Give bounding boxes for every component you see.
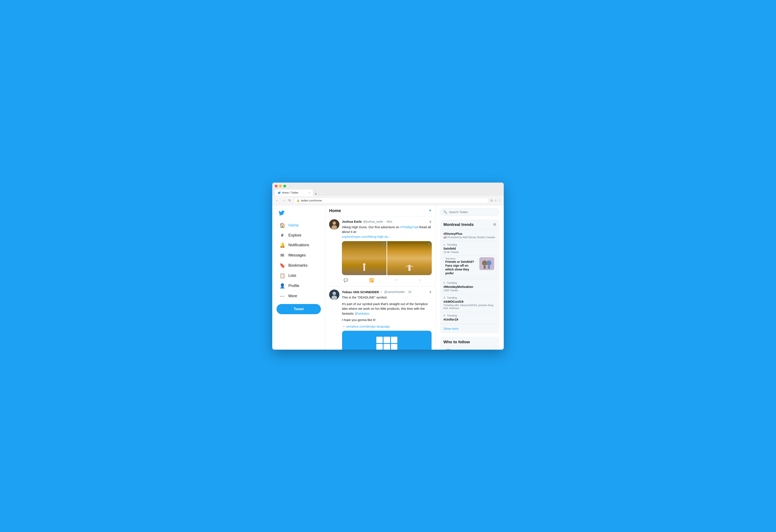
sidebar-item-lists[interactable]: 📋 Lists bbox=[276, 271, 321, 281]
tweet1-like-button[interactable]: ♡ bbox=[393, 277, 400, 283]
image-indicator2 bbox=[428, 243, 430, 245]
minimize-window-button[interactable] bbox=[279, 185, 282, 188]
tweet1-avatar-img bbox=[329, 219, 339, 230]
seinfeld-card-title: Friends or Seinfeld? Fans sign off on wh… bbox=[445, 260, 477, 275]
browser-tabs: Home / Twitter × + bbox=[275, 190, 501, 196]
reply-icon: 💬 bbox=[344, 278, 348, 283]
svg-rect-10 bbox=[488, 266, 490, 269]
sidebar-item-more[interactable]: ⋯ More bbox=[276, 291, 321, 301]
active-tab[interactable]: Home / Twitter × bbox=[275, 190, 313, 196]
sidebar-label-explore: Explore bbox=[288, 233, 302, 238]
trend-count-monday: 125K Tweets bbox=[443, 289, 496, 292]
tweet1-hashtag[interactable]: #TheBigTrip bbox=[400, 225, 417, 229]
sidebar-item-notifications[interactable]: 🔔 Notifications bbox=[276, 240, 321, 250]
sidebar-item-bookmarks[interactable]: 🔖 Bookmarks bbox=[276, 261, 321, 270]
browser-traffic-lights bbox=[275, 185, 501, 188]
reload-button[interactable]: ↻ bbox=[287, 198, 292, 203]
tweet1-handle: @joshua_earle bbox=[363, 220, 383, 223]
forward-button[interactable]: → bbox=[281, 198, 286, 203]
svg-point-1 bbox=[333, 221, 336, 225]
tweet2-line3: I hope you gonna like it! bbox=[342, 318, 432, 322]
menu-dots-icon[interactable]: ⋮ bbox=[498, 199, 501, 202]
sidebar-label-profile: Profile bbox=[288, 284, 299, 288]
tab-title: Home / Twitter bbox=[282, 191, 299, 194]
address-bar[interactable]: 🔒 twitter.com/home bbox=[294, 198, 489, 203]
image-indicator1 bbox=[383, 243, 385, 245]
trends-settings-icon[interactable]: ⚙ bbox=[493, 223, 496, 227]
tweet-button[interactable]: Tweet bbox=[276, 304, 321, 314]
tweet2-more-button[interactable]: ∨ bbox=[429, 290, 432, 294]
tab-close-button[interactable]: × bbox=[309, 192, 310, 194]
sidebar-item-profile[interactable]: 👤 Profile bbox=[276, 281, 321, 291]
tweet1-image1[interactable] bbox=[342, 241, 387, 275]
trend-item-seinfeld[interactable]: 1 · Trending Seinfeld 10.9K Tweets Telev… bbox=[440, 241, 500, 279]
sidebar-item-messages[interactable]: ✉ Messages bbox=[276, 251, 321, 260]
tweet1-share-button[interactable]: ↑ bbox=[417, 277, 423, 283]
history-icon[interactable]: ⊙ bbox=[491, 199, 493, 202]
trends-section: Montreal trends ⚙ #DisneyPlus 📢 Promoted… bbox=[440, 219, 500, 333]
tweet2-handle: @vanschneider bbox=[384, 290, 405, 294]
verified-badge: ✓ bbox=[380, 290, 383, 294]
tweet2-avatar[interactable] bbox=[329, 290, 339, 300]
trend-item-disneyplus[interactable]: #DisneyPlus 📢 Promoted by Walt Disney St… bbox=[440, 229, 500, 241]
maximize-window-button[interactable] bbox=[283, 185, 286, 188]
tweet1-images bbox=[342, 241, 432, 275]
explore-icon: # bbox=[279, 233, 285, 238]
seinfeld-card-label: Television bbox=[445, 257, 477, 260]
messages-icon: ✉ bbox=[279, 253, 285, 258]
tweet1-retweet-button[interactable]: 🔁 bbox=[368, 277, 375, 283]
tweet2-link[interactable]: semplice.com/design-language bbox=[346, 325, 390, 328]
desert-figure2 bbox=[408, 265, 410, 271]
sidebar-label-more: More bbox=[288, 294, 297, 298]
sidebar-label-home: Home bbox=[288, 223, 299, 228]
sidebar-item-explore[interactable]: # Explore bbox=[276, 231, 321, 240]
sidebar-item-home[interactable]: 🏠 Home bbox=[276, 221, 321, 230]
search-input[interactable] bbox=[449, 210, 496, 214]
close-window-button[interactable] bbox=[275, 185, 277, 188]
tweet2-line1: This is the "DEADLINE" symbol. bbox=[342, 295, 432, 300]
trend-promoted-disneyplus: 📢 Promoted by Walt Disney Studios Canada bbox=[443, 236, 496, 239]
seinfeld-card-svg bbox=[480, 258, 493, 269]
trends-title: Montreal trends bbox=[443, 222, 474, 227]
sparkle-icon[interactable]: ✦ bbox=[428, 208, 432, 213]
tweet1-link[interactable]: explorehuper.com/hiking-high-du... bbox=[342, 235, 391, 238]
tweet2-card[interactable] bbox=[342, 330, 432, 350]
left-sidebar: 🏠 Home # Explore 🔔 Notifications ✉ Messa… bbox=[272, 205, 325, 350]
tweet1-username: Joshua Earle bbox=[342, 220, 362, 223]
tweet1-user-info: Joshua Earle @joshua_earle · 45m bbox=[342, 220, 392, 223]
tweet2-line2: It's part of our symbol pack that's stra… bbox=[342, 302, 432, 316]
tweet2-mention[interactable]: @webalys bbox=[355, 312, 369, 315]
trend-item-unifor[interactable]: 4 · Trending #Unifor19 bbox=[440, 312, 500, 324]
trend-category-unifor: 4 · Trending bbox=[443, 314, 496, 317]
tweet2-avatar-img bbox=[329, 290, 339, 300]
show-more-trends[interactable]: Show more bbox=[440, 324, 500, 333]
like-icon: ♡ bbox=[395, 278, 398, 283]
twitter-logo[interactable] bbox=[276, 207, 321, 219]
search-box[interactable]: 🔍 bbox=[440, 208, 500, 216]
browser-window: Home / Twitter × + ← → ↻ 🔒 twitter.com/h… bbox=[272, 183, 504, 350]
bookmark-star-icon[interactable]: ☆ bbox=[494, 199, 497, 202]
profile-icon: 👤 bbox=[279, 283, 285, 289]
tweet1-reply-button[interactable]: 💬 bbox=[342, 277, 350, 283]
url-text: twitter.com/home bbox=[301, 199, 322, 202]
sidebar-label-bookmarks: Bookmarks bbox=[288, 263, 308, 268]
tweet1-actions: 💬 🔁 ♡ ↑ bbox=[342, 277, 423, 283]
seinfeld-card-text: Television Friends or Seinfeld? Fans sig… bbox=[445, 257, 477, 275]
tweet1-image2[interactable] bbox=[387, 241, 432, 275]
trend-count-amoconf: Trending with: #amoconf2019, premier dou… bbox=[443, 304, 496, 310]
trend-item-monday[interactable]: 2 · Trending #MondayMotivation 125K Twee… bbox=[440, 279, 500, 294]
tweet2-time: 1h bbox=[408, 290, 412, 294]
main-feed: Home ✦ Joshua Earle @joshua_ea bbox=[325, 205, 436, 350]
trend-name-amoconf: #AMOConf19 bbox=[443, 300, 496, 303]
follow-item: Gillian Nata... @gilliannata... Follow bbox=[440, 346, 500, 349]
sidebar-label-notifications: Notifications bbox=[288, 243, 309, 247]
desert-figure1 bbox=[363, 265, 365, 271]
trend-item-amoconf[interactable]: 3 · Trending #AMOConf19 Trending with: #… bbox=[440, 294, 500, 312]
sidebar-label-messages: Messages bbox=[288, 253, 306, 258]
new-tab-button[interactable]: + bbox=[313, 192, 319, 196]
tweet1-avatar[interactable] bbox=[329, 219, 339, 230]
feed-header: Home ✦ bbox=[325, 205, 435, 216]
back-button[interactable]: ← bbox=[275, 198, 279, 203]
tweet1-more-button[interactable]: ∨ bbox=[429, 219, 432, 224]
svg-point-5 bbox=[332, 295, 337, 300]
